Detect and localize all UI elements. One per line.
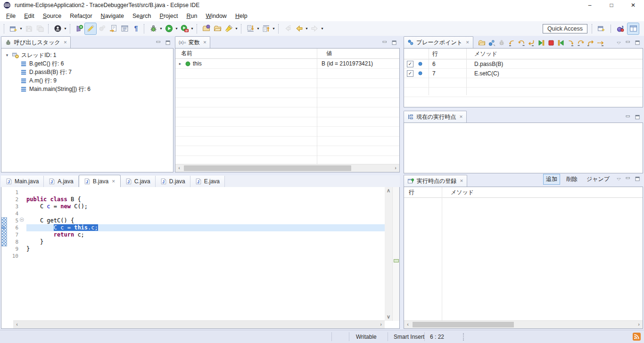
menu-item-help[interactable]: Help	[231, 11, 252, 21]
menu-item-file[interactable]: File	[2, 11, 20, 21]
new-wizard-button[interactable]	[8, 23, 19, 34]
dropdown-arrow-icon[interactable]: ▾	[190, 26, 194, 31]
code-area[interactable]: 1 2 public class B { 3 C c = new C(); 4 …	[1, 187, 385, 321]
breakpoint-row[interactable]: ✓ 6 D.passB(B)	[404, 59, 643, 69]
expander-icon[interactable]: ▸	[177, 61, 183, 66]
reverse-resume-button[interactable]	[537, 39, 545, 47]
save-all-button[interactable]	[34, 23, 46, 34]
menu-item-edit[interactable]: Edit	[20, 11, 39, 21]
maximize-button[interactable]: □	[601, 0, 622, 10]
maximize-view-button[interactable]	[635, 114, 641, 121]
thread-node[interactable]: ▾ スレッドID: 1	[4, 51, 173, 59]
dropdown-arrow-icon[interactable]: ▾	[272, 26, 276, 31]
terminate-button[interactable]	[547, 39, 555, 47]
code-line[interactable]: 7 return c;	[1, 231, 385, 238]
scroll-down-icon[interactable]: ∨	[385, 313, 392, 321]
vertical-scrollbar[interactable]: ∧ ∨	[385, 187, 393, 321]
dropdown-arrow-icon[interactable]: ▾	[174, 26, 179, 31]
bug-disabled-button[interactable]	[498, 39, 505, 47]
code-line[interactable]: 1	[1, 189, 385, 196]
code-line[interactable]: 5 C getC() {	[1, 217, 385, 224]
close-icon[interactable]: ✕	[203, 40, 207, 45]
close-icon[interactable]: ✕	[466, 40, 470, 45]
search-flashlight-button[interactable]	[223, 23, 234, 34]
menu-item-project[interactable]: Project	[156, 11, 182, 21]
trace-debug-button[interactable]	[74, 23, 85, 34]
stack-frame[interactable]: B.getC() 行: 6	[4, 59, 173, 68]
scroll-left-icon[interactable]: ‹	[13, 321, 21, 328]
scrollbar-thumb[interactable]	[413, 322, 514, 327]
code-editor[interactable]: 1 2 public class B { 3 C c = new C(); 4 …	[1, 187, 400, 329]
maximize-view-button[interactable]	[165, 40, 171, 46]
step-back-return-button[interactable]	[528, 39, 535, 47]
dropdown-arrow-icon[interactable]: ▾	[19, 26, 23, 31]
scrollbar-thumb[interactable]	[184, 165, 351, 171]
dropdown-arrow-icon[interactable]: ▾	[256, 26, 260, 31]
show-whitespace-button[interactable]: ¶	[130, 23, 141, 34]
step-back-over-button[interactable]	[518, 39, 525, 47]
close-icon[interactable]: ✕	[459, 114, 463, 119]
breakpoints-header[interactable]: 行 メソッド	[404, 49, 643, 59]
editor-tab-C.java[interactable]: J C.java	[121, 176, 156, 187]
horizontal-scrollbar[interactable]: ‹ ›	[13, 320, 385, 328]
scroll-left-icon[interactable]: ‹	[404, 321, 412, 328]
maximize-view-button[interactable]	[635, 176, 641, 182]
overview-marker[interactable]	[394, 259, 399, 262]
view-menu-icon[interactable]	[616, 176, 622, 182]
highlighter-button[interactable]	[85, 23, 96, 34]
debug-button[interactable]	[148, 23, 159, 34]
step-back-into-button[interactable]	[508, 39, 515, 47]
run-button[interactable]	[163, 23, 174, 34]
step-return-button[interactable]	[587, 39, 594, 47]
minimize-button[interactable]: –	[579, 0, 601, 10]
scroll-right-icon[interactable]: ›	[392, 164, 399, 172]
open-declaration-button[interactable]	[107, 23, 119, 34]
tab-current-point[interactable]: 現在の実行時点 ✕	[404, 111, 467, 122]
tab-variables[interactable]: (x)= 変数 ✕	[175, 36, 210, 48]
code-line[interactable]: 8 }	[1, 238, 385, 245]
run-to-line-button[interactable]	[597, 39, 604, 47]
close-icon[interactable]: ✕	[64, 40, 67, 45]
feed-icon[interactable]	[633, 333, 641, 341]
menu-item-source[interactable]: Source	[39, 11, 66, 21]
code-line[interactable]: 2 public class B {	[1, 196, 385, 203]
close-icon[interactable]: ✕	[460, 179, 463, 183]
breakpoint-checkbox[interactable]: ✓	[407, 61, 413, 67]
tab-breakpoints[interactable]: ブレークポイント ✕	[404, 36, 473, 48]
dropdown-arrow-icon[interactable]: ▾	[320, 26, 324, 31]
horizontal-scrollbar[interactable]: ‹ ›	[175, 164, 399, 172]
breakpoint-row[interactable]: ✓ 7 E.setC(C)	[404, 69, 643, 78]
open-folder-button[interactable]	[212, 23, 223, 34]
action-追加[interactable]: 追加	[543, 174, 560, 185]
menu-item-refactor[interactable]: Refactor	[66, 11, 96, 21]
registered-header[interactable]: 行 メソッド	[404, 187, 643, 198]
expander-icon[interactable]: ▾	[4, 53, 10, 57]
editor-tab-B.java[interactable]: J B.java ✕	[79, 175, 121, 187]
maximize-view-button[interactable]	[635, 40, 641, 46]
variables-header[interactable]: 名前 値	[175, 49, 399, 59]
editor-tab-Main.java[interactable]: J Main.java	[1, 176, 44, 187]
menu-item-search[interactable]: Search	[128, 11, 156, 21]
dropdown-arrow-icon[interactable]: ▾	[234, 26, 239, 31]
menu-item-window[interactable]: Window	[201, 11, 231, 21]
breakpoint-checkbox[interactable]: ✓	[407, 70, 413, 77]
action-ジャンプ[interactable]: ジャンプ	[584, 174, 612, 185]
quick-access-input[interactable]: Quick Access	[543, 24, 587, 33]
resume-button[interactable]	[557, 39, 565, 47]
variable-row[interactable]: ▸ this B (id = 2101973421)	[175, 59, 399, 69]
minimize-view-button[interactable]	[625, 176, 631, 182]
forward-button[interactable]	[309, 23, 320, 34]
minimize-view-button[interactable]	[625, 114, 631, 121]
editor-tab-D.java[interactable]: J D.java	[156, 176, 190, 187]
scroll-right-icon[interactable]: ›	[635, 321, 643, 328]
action-削除[interactable]: 削除	[563, 174, 580, 185]
open-folder-button[interactable]	[478, 39, 486, 47]
open-perspective-button[interactable]	[595, 23, 607, 34]
minimize-view-button[interactable]	[625, 40, 631, 46]
run-external-button[interactable]	[179, 23, 190, 34]
account-button[interactable]	[52, 23, 63, 34]
editor-tab-A.java[interactable]: J A.java	[44, 176, 78, 187]
step-into-button[interactable]	[567, 39, 575, 47]
close-button[interactable]: ✕	[622, 0, 644, 10]
stack-frame[interactable]: Main.main(String[]) 行: 6	[4, 85, 173, 93]
